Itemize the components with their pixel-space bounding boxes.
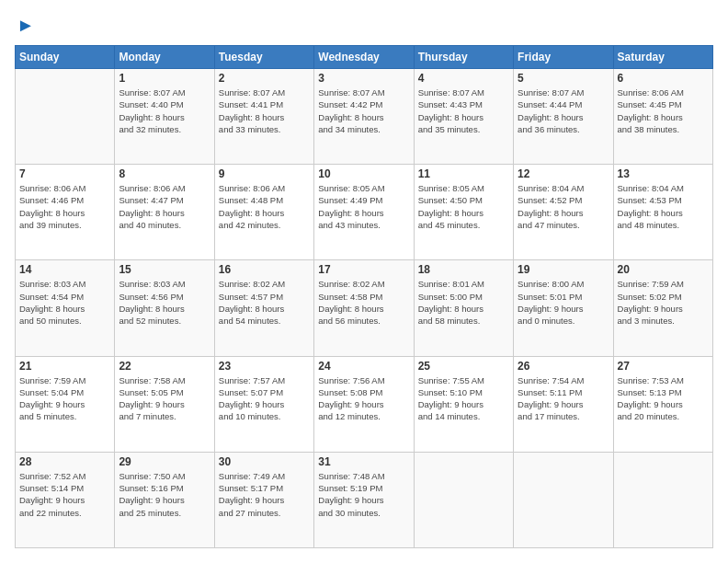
header-day-friday: Friday <box>514 46 613 69</box>
calendar-cell: 14Sunrise: 8:03 AM Sunset: 4:54 PM Dayli… <box>16 260 115 356</box>
day-number: 13 <box>618 167 709 180</box>
day-info: Sunrise: 7:49 AM Sunset: 5:17 PM Dayligh… <box>219 470 310 519</box>
calendar-cell: 19Sunrise: 8:00 AM Sunset: 5:01 PM Dayli… <box>514 260 613 356</box>
day-info: Sunrise: 8:03 AM Sunset: 4:56 PM Dayligh… <box>119 278 210 327</box>
week-row-1: 1Sunrise: 8:07 AM Sunset: 4:40 PM Daylig… <box>16 69 713 165</box>
header-day-sunday: Sunday <box>16 46 115 69</box>
day-number: 11 <box>418 167 509 180</box>
calendar-cell: 18Sunrise: 8:01 AM Sunset: 5:00 PM Dayli… <box>414 260 513 356</box>
day-number: 3 <box>318 72 409 85</box>
day-info: Sunrise: 8:07 AM Sunset: 4:41 PM Dayligh… <box>219 86 310 135</box>
calendar-cell: 4Sunrise: 8:07 AM Sunset: 4:43 PM Daylig… <box>414 69 513 165</box>
day-number: 24 <box>318 360 409 373</box>
header-day-thursday: Thursday <box>414 46 513 69</box>
day-info: Sunrise: 8:07 AM Sunset: 4:44 PM Dayligh… <box>518 86 609 135</box>
day-info: Sunrise: 8:07 AM Sunset: 4:42 PM Dayligh… <box>318 86 409 135</box>
day-number: 16 <box>219 263 310 276</box>
week-row-3: 14Sunrise: 8:03 AM Sunset: 4:54 PM Dayli… <box>16 260 713 356</box>
day-number: 27 <box>618 360 709 373</box>
day-info: Sunrise: 8:01 AM Sunset: 5:00 PM Dayligh… <box>418 278 509 327</box>
day-info: Sunrise: 8:04 AM Sunset: 4:52 PM Dayligh… <box>518 182 609 231</box>
day-info: Sunrise: 8:02 AM Sunset: 4:58 PM Dayligh… <box>318 278 409 327</box>
day-info: Sunrise: 7:55 AM Sunset: 5:10 PM Dayligh… <box>418 374 509 423</box>
calendar-cell: 1Sunrise: 8:07 AM Sunset: 4:40 PM Daylig… <box>115 69 214 165</box>
header-day-monday: Monday <box>115 46 214 69</box>
day-number: 7 <box>19 167 110 180</box>
calendar-cell: 25Sunrise: 7:55 AM Sunset: 5:10 PM Dayli… <box>414 356 513 452</box>
calendar-table: SundayMondayTuesdayWednesdayThursdayFrid… <box>15 45 713 548</box>
calendar-cell: 20Sunrise: 7:59 AM Sunset: 5:02 PM Dayli… <box>613 260 712 356</box>
day-info: Sunrise: 7:58 AM Sunset: 5:05 PM Dayligh… <box>119 374 210 423</box>
calendar-cell <box>514 452 613 547</box>
day-info: Sunrise: 8:02 AM Sunset: 4:57 PM Dayligh… <box>219 278 310 327</box>
header-day-wednesday: Wednesday <box>314 46 414 69</box>
calendar-cell: 2Sunrise: 8:07 AM Sunset: 4:41 PM Daylig… <box>214 69 313 165</box>
calendar-cell: 31Sunrise: 7:48 AM Sunset: 5:19 PM Dayli… <box>314 452 414 547</box>
day-number: 29 <box>119 455 210 468</box>
calendar-cell: 8Sunrise: 8:06 AM Sunset: 4:47 PM Daylig… <box>115 165 214 260</box>
day-number: 10 <box>318 167 409 180</box>
day-info: Sunrise: 7:59 AM Sunset: 5:02 PM Dayligh… <box>618 278 709 327</box>
day-info: Sunrise: 8:03 AM Sunset: 4:54 PM Dayligh… <box>19 278 110 327</box>
calendar-cell: 15Sunrise: 8:03 AM Sunset: 4:56 PM Dayli… <box>115 260 214 356</box>
day-info: Sunrise: 7:50 AM Sunset: 5:16 PM Dayligh… <box>119 470 210 519</box>
logo-icon: ► <box>17 15 35 36</box>
day-number: 19 <box>518 263 609 276</box>
calendar-cell: 16Sunrise: 8:02 AM Sunset: 4:57 PM Dayli… <box>214 260 313 356</box>
calendar-cell: 10Sunrise: 8:05 AM Sunset: 4:49 PM Dayli… <box>314 165 414 260</box>
day-number: 1 <box>119 72 210 85</box>
day-info: Sunrise: 7:53 AM Sunset: 5:13 PM Dayligh… <box>618 374 709 423</box>
header-day-tuesday: Tuesday <box>214 46 313 69</box>
day-number: 9 <box>219 167 310 180</box>
day-number: 26 <box>518 360 609 373</box>
calendar-cell: 3Sunrise: 8:07 AM Sunset: 4:42 PM Daylig… <box>314 69 414 165</box>
day-info: Sunrise: 7:54 AM Sunset: 5:11 PM Dayligh… <box>518 374 609 423</box>
day-info: Sunrise: 7:52 AM Sunset: 5:14 PM Dayligh… <box>19 470 110 519</box>
day-info: Sunrise: 8:05 AM Sunset: 4:49 PM Dayligh… <box>318 182 409 231</box>
calendar-cell: 29Sunrise: 7:50 AM Sunset: 5:16 PM Dayli… <box>115 452 214 547</box>
day-number: 4 <box>418 72 509 85</box>
calendar-cell: 22Sunrise: 7:58 AM Sunset: 5:05 PM Dayli… <box>115 356 214 452</box>
calendar-cell: 17Sunrise: 8:02 AM Sunset: 4:58 PM Dayli… <box>314 260 414 356</box>
calendar-cell: 11Sunrise: 8:05 AM Sunset: 4:50 PM Dayli… <box>414 165 513 260</box>
calendar-cell: 5Sunrise: 8:07 AM Sunset: 4:44 PM Daylig… <box>514 69 613 165</box>
day-info: Sunrise: 7:59 AM Sunset: 5:04 PM Dayligh… <box>19 374 110 423</box>
calendar-cell <box>414 452 513 547</box>
calendar-cell: 6Sunrise: 8:06 AM Sunset: 4:45 PM Daylig… <box>613 69 712 165</box>
calendar-cell: 27Sunrise: 7:53 AM Sunset: 5:13 PM Dayli… <box>613 356 712 452</box>
calendar-body: 1Sunrise: 8:07 AM Sunset: 4:40 PM Daylig… <box>16 69 713 548</box>
calendar-cell <box>16 69 115 165</box>
day-number: 30 <box>219 455 310 468</box>
day-info: Sunrise: 8:07 AM Sunset: 4:40 PM Dayligh… <box>119 86 210 135</box>
calendar-cell: 26Sunrise: 7:54 AM Sunset: 5:11 PM Dayli… <box>514 356 613 452</box>
day-number: 23 <box>219 360 310 373</box>
calendar-cell: 30Sunrise: 7:49 AM Sunset: 5:17 PM Dayli… <box>214 452 313 547</box>
day-number: 28 <box>19 455 110 468</box>
header-day-saturday: Saturday <box>613 46 712 69</box>
day-info: Sunrise: 8:04 AM Sunset: 4:53 PM Dayligh… <box>618 182 709 231</box>
day-number: 18 <box>418 263 509 276</box>
day-number: 5 <box>518 72 609 85</box>
day-number: 22 <box>119 360 210 373</box>
day-number: 31 <box>318 455 409 468</box>
day-number: 15 <box>119 263 210 276</box>
day-info: Sunrise: 8:06 AM Sunset: 4:48 PM Dayligh… <box>219 182 310 231</box>
day-info: Sunrise: 8:00 AM Sunset: 5:01 PM Dayligh… <box>518 278 609 327</box>
day-info: Sunrise: 8:06 AM Sunset: 4:45 PM Dayligh… <box>618 86 709 135</box>
day-number: 8 <box>119 167 210 180</box>
day-number: 2 <box>219 72 310 85</box>
calendar-cell: 28Sunrise: 7:52 AM Sunset: 5:14 PM Dayli… <box>16 452 115 547</box>
day-number: 6 <box>618 72 709 85</box>
day-number: 20 <box>618 263 709 276</box>
header-row: SundayMondayTuesdayWednesdayThursdayFrid… <box>16 46 713 69</box>
day-number: 14 <box>19 263 110 276</box>
day-info: Sunrise: 8:05 AM Sunset: 4:50 PM Dayligh… <box>418 182 509 231</box>
calendar-header: SundayMondayTuesdayWednesdayThursdayFrid… <box>16 46 713 69</box>
logo: ► <box>15 15 35 36</box>
day-number: 25 <box>418 360 509 373</box>
calendar-cell: 23Sunrise: 7:57 AM Sunset: 5:07 PM Dayli… <box>214 356 313 452</box>
day-info: Sunrise: 7:56 AM Sunset: 5:08 PM Dayligh… <box>318 374 409 423</box>
week-row-5: 28Sunrise: 7:52 AM Sunset: 5:14 PM Dayli… <box>16 452 713 547</box>
day-number: 12 <box>518 167 609 180</box>
day-number: 21 <box>19 360 110 373</box>
